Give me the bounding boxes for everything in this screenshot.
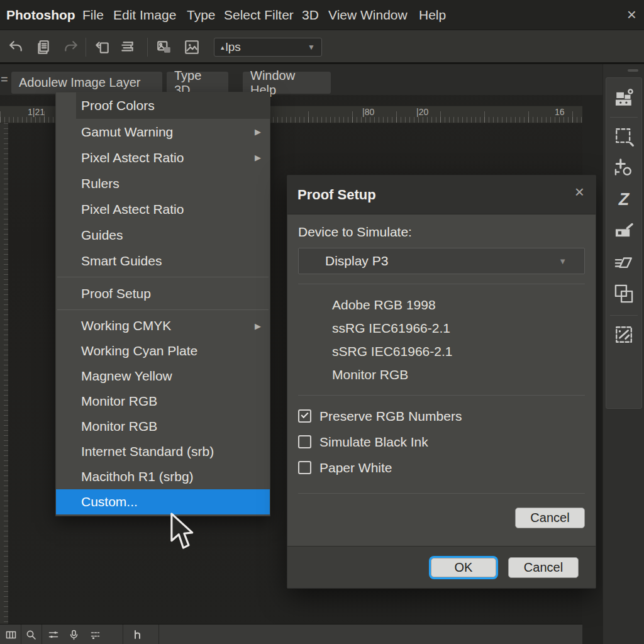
microphone-icon[interactable] xyxy=(69,630,79,640)
menu-item-internet-standard[interactable]: Internet Standard (srb) xyxy=(56,439,270,464)
check-mark-icon xyxy=(301,411,308,418)
checkbox-preserve-rgb-numbers[interactable]: Preserve RGB Numbers xyxy=(298,403,585,429)
hamburger-icon[interactable]: = xyxy=(1,64,8,94)
doc-menu-type-3d-group[interactable]: Type 3D xyxy=(167,72,228,94)
panel-collapse-handle[interactable] xyxy=(628,69,638,72)
tools-sidebar: Z xyxy=(602,64,644,644)
checkbox-box xyxy=(298,409,311,423)
toolbar-divider xyxy=(147,38,148,57)
view-dropdown-menu: Proof Colors Gamut Warning ▶ Pixel Astec… xyxy=(55,92,270,516)
redo-icon[interactable] xyxy=(63,39,79,55)
checkbox-box xyxy=(298,461,311,474)
overlap-squares-tool-icon[interactable] xyxy=(610,280,638,308)
export-document-icon[interactable] xyxy=(94,39,111,55)
cancel-button[interactable]: Cancel xyxy=(515,508,585,528)
menu-item-pixel-aspect-ratio[interactable]: Pixel Astect Ratio ▶ xyxy=(56,145,270,170)
menu-type[interactable]: Type xyxy=(187,0,216,30)
menu-item-monitor-rgb[interactable]: Monitor RGB xyxy=(56,389,270,414)
doc-menu-view-group[interactable]: Adoulew Image Layer xyxy=(11,72,162,94)
statusbar-divider xyxy=(42,625,42,644)
ok-button[interactable]: OK xyxy=(431,558,496,577)
lasso-z-tool-icon[interactable]: Z xyxy=(610,186,638,213)
menu-3d[interactable]: 3D xyxy=(302,0,319,30)
menu-item-magnew-yellow[interactable]: Magnew Yellow xyxy=(56,364,270,389)
document-menu-bar: = Adoulew Image Layer Type 3D Window Hel… xyxy=(0,64,602,96)
menu-item-smart-guides[interactable]: Smart Guides xyxy=(56,248,270,274)
dialog-separator xyxy=(298,395,585,396)
adjustment-bars-icon[interactable] xyxy=(91,630,101,640)
panel-separator xyxy=(610,315,638,316)
skew-tool-icon[interactable] xyxy=(610,248,638,276)
adjustments-tool-icon[interactable] xyxy=(610,321,638,348)
dialog-separator xyxy=(298,493,585,494)
hand-cursor-icon[interactable] xyxy=(132,630,143,640)
marquee-select-tool-icon[interactable] xyxy=(610,123,638,150)
menu-item-pixel-aspect-ratio-2[interactable]: Pixel Astect Ratio xyxy=(56,196,270,222)
zoom-icon[interactable] xyxy=(26,630,36,640)
profile-adobe-rgb[interactable]: Adobe RGB 1998 xyxy=(298,293,585,316)
workspace: = Adoulew Image Layer Type 3D Window Hel… xyxy=(0,64,644,644)
crop-board-tool-icon[interactable] xyxy=(610,217,638,245)
footer-cancel-button[interactable]: Cancel xyxy=(508,557,579,578)
dialog-title: Proof Setup xyxy=(297,175,376,214)
menu-file[interactable]: File xyxy=(82,0,104,30)
statusbar-divider xyxy=(158,625,159,644)
checkbox-box xyxy=(298,435,311,448)
profile-srgb-1[interactable]: ssRG IEC61966-2.1 xyxy=(298,316,585,340)
options-toolbar: ▴ lps ▼ xyxy=(0,30,644,64)
menu-view-window[interactable]: View Window xyxy=(328,0,408,30)
menu-item-gamut-warning[interactable]: Gamut Warning ▶ xyxy=(56,119,270,145)
menu-item-macintosh-r1[interactable]: Macithoh R1 (srbg) xyxy=(56,464,270,489)
transform-tool-icon[interactable] xyxy=(610,154,638,182)
submenu-arrow-icon: ▶ xyxy=(255,153,261,162)
profile-monitor-rgb[interactable]: Monitor RGB xyxy=(298,363,585,386)
dialog-separator xyxy=(298,284,585,284)
dropdown-arrow-icon: ▼ xyxy=(308,43,315,52)
arrange-layers-tool-icon[interactable] xyxy=(610,84,638,112)
image-placeholder-icon[interactable] xyxy=(184,39,200,55)
menu-item-guides[interactable]: Guides xyxy=(56,222,270,248)
dialog-footer: OK Cancel xyxy=(287,546,596,588)
app-title: Photoshop xyxy=(6,0,75,30)
device-select-value: Display P3 xyxy=(325,253,388,269)
menu-select-filter[interactable]: Select Filter xyxy=(224,0,294,30)
menu-separator xyxy=(57,277,269,277)
sliders-icon[interactable] xyxy=(48,630,59,640)
menu-item-proof-setup[interactable]: Proof Setup xyxy=(56,280,270,306)
checkbox-simulate-black-ink[interactable]: Simulate Black Ink xyxy=(298,429,585,455)
menu-item-proof-colors[interactable]: Proof Colors xyxy=(76,92,270,119)
menu-help[interactable]: Help xyxy=(419,0,446,30)
menu-separator xyxy=(57,309,269,310)
profile-list: Adobe RGB 1998 ssRG IEC61966-2.1 sSRG IE… xyxy=(298,293,585,386)
preset-dropdown[interactable]: ▴ lps ▼ xyxy=(214,38,322,57)
stacked-documents-icon[interactable] xyxy=(119,39,136,55)
checkbox-paper-white[interactable]: Paper White xyxy=(298,455,585,480)
layout-columns-icon[interactable] xyxy=(6,630,16,640)
menu-item-rulers[interactable]: Rulers xyxy=(56,170,270,196)
photoshop-window: Photoshop File Edit Image Type Select Fi… xyxy=(0,0,644,644)
dialog-title-bar[interactable]: Proof Setup × xyxy=(287,175,596,214)
mouse-cursor xyxy=(170,512,195,551)
device-select[interactable]: Display P3 ▼ xyxy=(298,248,585,274)
toolbar-divider xyxy=(86,38,86,57)
menu-item-working-cyan-plate[interactable]: Working Cyan Plate xyxy=(56,338,270,364)
statusbar-divider xyxy=(21,625,21,644)
proof-setup-dialog: Proof Setup × Device to Simulate: Displa… xyxy=(287,175,596,589)
checkbox-group: Preserve RGB Numbers Simulate Black Ink … xyxy=(298,403,585,480)
profile-srgb-2[interactable]: sSRG IEC61966-2.1 xyxy=(298,340,585,363)
panel-separator xyxy=(610,117,638,118)
tools-panel: Z xyxy=(606,77,642,409)
swap-images-icon[interactable] xyxy=(156,39,172,55)
caret-icon: ▴ xyxy=(221,43,225,52)
bottom-status-bar xyxy=(0,624,582,644)
dialog-close-icon[interactable]: × xyxy=(575,175,584,208)
menu-edit-image[interactable]: Edit Image xyxy=(113,0,176,30)
preset-value: lps xyxy=(226,40,241,54)
menu-item-monitor-rgb-2[interactable]: Monitor RGB xyxy=(56,414,270,439)
menu-item-working-cmyk[interactable]: Working CMYK ▶ xyxy=(56,313,270,338)
doc-menu-window-help-group[interactable]: Window Help xyxy=(243,72,331,94)
menu-item-custom[interactable]: Custom... xyxy=(56,489,270,514)
undo-icon[interactable] xyxy=(8,39,24,55)
copy-document-icon[interactable] xyxy=(35,39,52,55)
window-close-icon[interactable]: × xyxy=(627,0,636,29)
